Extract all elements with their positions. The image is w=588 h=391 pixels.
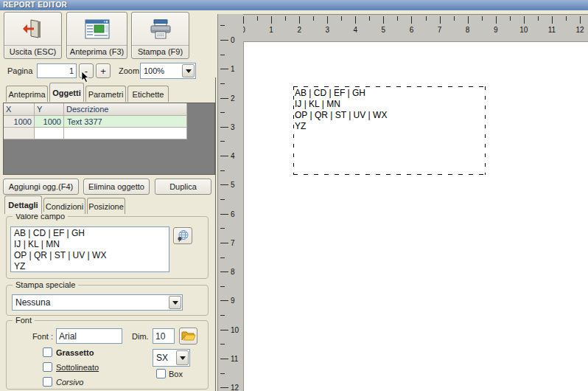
ruler-vertical: 0123456789101112 (217, 14, 243, 391)
align-dropdown-button[interactable] (176, 350, 189, 365)
ruler-label: 5 (231, 181, 235, 189)
open-folder-icon (181, 331, 196, 342)
grid-cell-y[interactable]: 1000 (35, 116, 64, 128)
grid-row-selected[interactable]: 1000 1000 Text 3377 (4, 116, 214, 128)
mouse-cursor (81, 71, 90, 83)
ruler-label: 7 (438, 26, 442, 34)
align-select[interactable]: SX (153, 349, 190, 367)
tab-parametri[interactable]: Parametri (85, 86, 126, 102)
ruler-label: 1 (269, 26, 273, 34)
zoom-dropdown-button[interactable] (182, 64, 195, 77)
box-checkbox[interactable] (156, 369, 166, 378)
ruler-label: 6 (231, 210, 235, 218)
ruler-tick-major (220, 214, 228, 215)
ruler-label: 5 (382, 26, 386, 34)
selection-edge-bottom (293, 174, 486, 175)
ruler-tick-major (220, 40, 228, 41)
font-group-legend: Font (13, 316, 35, 325)
selection-edge-top (293, 86, 486, 87)
exit-button-label: Uscita (ESC) (4, 45, 61, 58)
report-editor-window: REPORT EDITOR Uscita (ESC) (0, 0, 588, 391)
ruler-label: 1 (231, 65, 235, 73)
grid-header-y[interactable]: Y (35, 103, 64, 116)
tab-posizione[interactable]: Posizione (87, 198, 125, 214)
ruler-label: 10 (519, 26, 528, 34)
globe-pin-icon (177, 229, 189, 242)
ruler-tick-minor (426, 16, 427, 21)
delete-object-button[interactable]: Elimina oggetto (83, 179, 150, 195)
ruler-tick-minor (220, 141, 225, 142)
italic-checkbox[interactable] (43, 377, 52, 387)
page-plus-button[interactable]: + (96, 63, 111, 78)
grid-cell-descrizione[interactable]: Text 3377 (64, 116, 187, 128)
ruler-label: 7 (231, 238, 235, 246)
ruler-tick-minor (220, 228, 225, 229)
grid-cell-x[interactable]: 1000 (4, 116, 35, 128)
stampa-speciale-dropdown-button[interactable] (169, 296, 181, 309)
ruler-tick-major (580, 16, 581, 24)
ruler-label: 11 (231, 354, 238, 362)
ruler-tick-minor (220, 83, 225, 84)
tab-anteprima[interactable]: Anteprima (6, 86, 48, 102)
ruler-tick-minor (538, 16, 539, 21)
valore-campo-textarea[interactable]: AB | CD | EF | GH IJ | KL | MN OP | QR |… (10, 226, 169, 272)
stampa-speciale-select[interactable]: Nessuna (12, 294, 183, 311)
align-select-value: SX (156, 350, 168, 366)
tab-etichette[interactable]: Etichette (127, 86, 169, 102)
tab-oggetti[interactable]: Oggetti (49, 83, 84, 102)
page-number-input[interactable] (37, 63, 77, 78)
grid-cell-x-empty[interactable] (4, 128, 35, 139)
panel-divider[interactable] (215, 77, 216, 391)
ruler-tick-minor (220, 286, 225, 287)
print-button[interactable]: Stampa (F9) (131, 12, 189, 59)
ruler-tick-major (220, 69, 228, 69)
ruler-tick-major (220, 300, 228, 301)
ruler-label: 12 (575, 26, 584, 34)
ruler-tick-major (327, 16, 328, 24)
exit-door-icon (4, 13, 61, 45)
ruler-label: 2 (231, 94, 235, 102)
grid-cell-descrizione-empty[interactable] (64, 128, 187, 139)
ruler-tick-minor (566, 16, 567, 21)
add-object-button[interactable]: Aggiungi ogg.(F4) (3, 179, 79, 195)
title-bar[interactable]: REPORT EDITOR (0, 0, 588, 10)
ruler-horizontal: 0123456789101112 (217, 14, 588, 41)
ruler-tick-major (220, 156, 228, 156)
bold-checkbox-label: Grassetto (56, 348, 94, 357)
grid-row-empty[interactable] (4, 128, 214, 139)
ruler-tick-minor (220, 344, 225, 345)
window-title: REPORT EDITOR (3, 1, 67, 9)
ruler-label: 4 (354, 26, 358, 34)
underline-checkbox-label: Sottolineato (56, 363, 99, 372)
ruler-label: 8 (466, 26, 470, 34)
ruler-tick-minor (313, 16, 314, 21)
zoom-select[interactable]: 100% (140, 63, 196, 79)
field-picker-button[interactable] (173, 227, 192, 244)
grid-header-descrizione[interactable]: Descrizione (64, 103, 187, 116)
bold-checkbox[interactable] (43, 347, 52, 357)
ruler-tick-minor (482, 16, 483, 21)
preview-button-label: Anteprima (F3) (67, 45, 127, 58)
ruler-tick-major (440, 16, 441, 24)
ruler-tick-major (299, 16, 300, 24)
ruler-tick-major (220, 387, 228, 388)
chevron-down-icon (172, 301, 178, 305)
ruler-tick-minor (220, 373, 225, 374)
ruler-tick-minor (285, 16, 286, 21)
font-name-input[interactable] (56, 328, 122, 344)
grid-header-x[interactable]: X (4, 103, 35, 116)
underline-checkbox[interactable] (43, 362, 52, 372)
duplicate-object-button[interactable]: Duplica (155, 179, 211, 195)
grid-cell-y-empty[interactable] (35, 128, 64, 139)
exit-button[interactable]: Uscita (ESC) (4, 12, 62, 59)
ruler-label: 3 (231, 122, 235, 131)
ruler-tick-major (552, 16, 553, 24)
font-folder-button[interactable] (179, 328, 197, 345)
canvas-text-line: OP | QR | ST | UV | WX (295, 110, 387, 121)
chevron-down-icon (186, 69, 192, 73)
preview-button[interactable]: Anteprima (F3) (66, 12, 127, 59)
ruler-label: 0 (231, 36, 235, 44)
tab-dettagli[interactable]: Dettagli (4, 196, 42, 214)
font-size-input[interactable] (153, 328, 175, 344)
ruler-tick-minor (220, 55, 225, 55)
